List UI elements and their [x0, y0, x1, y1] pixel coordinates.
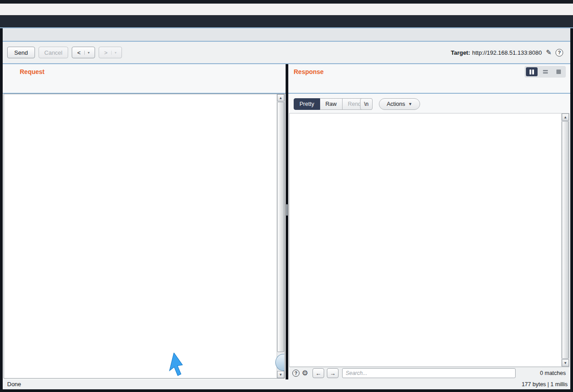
status-bar: Done 177 bytes | 1 millis	[3, 379, 570, 389]
response-panel-title: Response	[294, 68, 324, 75]
window-bottom-edge	[0, 389, 573, 392]
splitter-grip[interactable]	[286, 204, 288, 216]
window-title-bar	[0, 0, 573, 4]
send-button[interactable]: Send	[7, 47, 35, 58]
scroll-bubble[interactable]	[275, 354, 285, 371]
gear-icon[interactable]: ⚙	[302, 369, 308, 377]
column-icon	[532, 70, 534, 74]
chevron-down-icon[interactable]: ▾	[111, 51, 117, 55]
main-tab-strip	[0, 16, 573, 27]
repeater-toolbar: Send Cancel < ▾ > ▾ Target: http://192.1…	[3, 42, 570, 63]
repeater-tab-strip	[3, 28, 570, 41]
target-line: Target: http://192.168.51.133:8080	[451, 48, 542, 57]
target-url: http://192.168.51.133:8080	[472, 49, 542, 56]
scroll-down-arrow-icon[interactable]: ▼	[562, 359, 569, 366]
square-icon	[556, 70, 561, 74]
chevron-down-icon: ▼	[408, 102, 412, 106]
status-text: Done	[7, 381, 21, 388]
column-icon	[530, 70, 531, 74]
response-stats: 177 bytes | 1 millis	[521, 381, 568, 388]
next-request-button[interactable]: > ▾	[99, 47, 122, 58]
match-count: 0 matches	[540, 370, 566, 376]
columns-layout-button[interactable]	[526, 67, 538, 76]
request-scrollbar[interactable]: ▲ ▼	[277, 94, 284, 378]
prev-icon: <	[77, 49, 81, 56]
scrollbar-thumb[interactable]	[277, 102, 284, 352]
scroll-up-arrow-icon[interactable]: ▲	[562, 113, 569, 121]
raw-button[interactable]: Raw	[320, 98, 343, 110]
next-icon: >	[104, 49, 108, 56]
search-help-icon[interactable]: ?	[292, 370, 300, 377]
rows-icon	[543, 70, 548, 74]
menu-bar	[0, 4, 573, 15]
hex-rows-area	[4, 94, 277, 378]
search-prev-button[interactable]: ←	[313, 368, 324, 378]
window-left-edge	[0, 28, 3, 392]
request-panel-title: Request	[20, 68, 44, 75]
scroll-down-arrow-icon[interactable]: ▼	[277, 371, 284, 378]
search-next-button[interactable]: →	[327, 368, 339, 378]
mouse-cursor-icon	[165, 352, 188, 379]
edit-target-pencil-icon[interactable]: ✎	[546, 48, 551, 57]
show-newlines-button[interactable]: \n	[360, 98, 373, 110]
actions-label: Actions	[387, 101, 405, 107]
hex-view: ▲ ▼	[4, 94, 285, 379]
response-content: ▲ ▼	[289, 113, 569, 367]
chevron-down-icon[interactable]: ▾	[84, 51, 90, 55]
layout-toggle-group	[525, 66, 566, 78]
window-right-edge	[570, 28, 573, 392]
request-panel: Request ▲ ▼	[3, 64, 286, 379]
help-icon[interactable]: ?	[556, 49, 563, 57]
prev-request-button[interactable]: < ▾	[72, 47, 95, 58]
single-layout-button[interactable]	[553, 67, 564, 76]
search-input[interactable]	[342, 368, 516, 378]
cancel-button[interactable]: Cancel	[39, 47, 68, 58]
rows-layout-button[interactable]	[539, 67, 551, 76]
response-scrollbar[interactable]: ▲ ▼	[561, 113, 569, 366]
search-bar: ? ⚙ ← → 0 matches	[289, 367, 569, 379]
scrollbar-thumb[interactable]	[562, 121, 569, 359]
pretty-button[interactable]: Pretty	[294, 98, 320, 110]
response-tabs-underline	[288, 93, 570, 94]
actions-button[interactable]: Actions ▼	[379, 98, 420, 110]
scroll-up-arrow-icon[interactable]: ▲	[277, 94, 284, 101]
target-label: Target:	[451, 49, 470, 56]
response-panel: Response Pretty Raw Render \n Actions ▼ …	[288, 64, 570, 379]
